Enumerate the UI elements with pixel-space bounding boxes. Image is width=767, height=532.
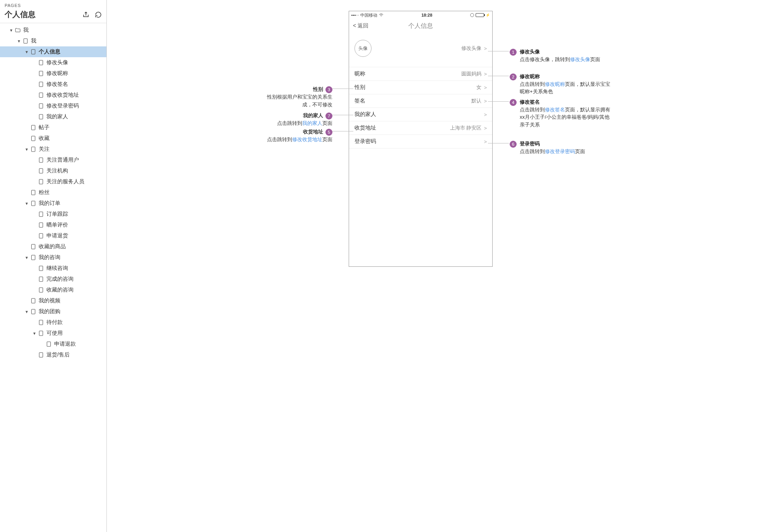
tree-item[interactable]: 我的视频 — [0, 295, 106, 306]
tree-item[interactable]: 关注普通用户 — [0, 155, 106, 165]
annotation-title: 我的家人 — [303, 112, 323, 119]
tree-item-label: 关注 — [39, 146, 50, 153]
tree-item[interactable]: ▼可使用 — [0, 328, 106, 339]
tree-item-label: 完成的咨询 — [46, 276, 74, 283]
svg-rect-27 — [39, 331, 43, 336]
annotation-link[interactable]: 修改昵称 — [545, 81, 565, 87]
tree-item[interactable]: 修改头像 — [0, 57, 106, 68]
tree-item[interactable]: 关注机构 — [0, 165, 106, 176]
phone-mockup: 中国移动 18:28 ⚡ < 返回 个人信息 头像 — [349, 11, 493, 267]
svg-rect-0 — [24, 39, 27, 43]
tree-item-label: 关注的服务人员 — [46, 178, 84, 185]
avatar-row[interactable]: 头像 修改头像 > — [349, 33, 492, 64]
canvas[interactable]: 中国移动 18:28 ⚡ < 返回 个人信息 头像 — [107, 0, 767, 532]
tree-item[interactable]: 修改收货地址 — [0, 90, 106, 101]
tree-item-label: 退货/售后 — [46, 351, 70, 358]
tree-item-label: 帖子 — [39, 124, 50, 131]
annotation: 收货地址5点击跳转到修改收货地址页面 — [251, 128, 332, 143]
svg-rect-9 — [31, 136, 35, 141]
list-row[interactable]: 昵称圆圆妈妈> — [349, 67, 492, 80]
tree-item-label: 晒单评价 — [46, 222, 68, 228]
tree-item[interactable]: 修改登录密码 — [0, 101, 106, 111]
svg-rect-17 — [39, 223, 43, 227]
tree-item[interactable]: 修改昵称 — [0, 68, 106, 79]
tree-item-label: 粉丝 — [39, 189, 50, 196]
row-value: 上海市 静安区 — [450, 124, 482, 131]
refresh-icon[interactable] — [95, 11, 102, 18]
tree-item[interactable]: 待付款 — [0, 317, 106, 328]
tree-item-label: 个人信息 — [39, 48, 60, 55]
tree-item[interactable]: ▼我的团购 — [0, 306, 106, 317]
avatar-action-label: 修改头像 — [461, 45, 481, 52]
chevron-right-icon: > — [484, 71, 487, 77]
tree-item-label: 我的家人 — [46, 113, 68, 120]
page-tree[interactable]: ▼我▼我▼个人信息修改头像修改昵称修改签名修改收货地址修改登录密码我的家人帖子收… — [0, 23, 106, 532]
tree-item-label: 收藏 — [39, 135, 50, 142]
annotation-link[interactable]: 修改签名 — [545, 107, 565, 113]
tree-item-label: 修改昵称 — [46, 70, 68, 77]
tree-item-label: 我的订单 — [39, 200, 60, 207]
annotation-title: 修改昵称 — [520, 73, 613, 80]
tree-item[interactable]: ▼我的订单 — [0, 198, 106, 209]
caret-down-icon: ▼ — [33, 331, 36, 336]
row-value: 女 — [476, 84, 481, 91]
tree-item[interactable]: 申请退货 — [0, 230, 106, 241]
row-value: 默认 — [471, 97, 481, 104]
tree-item[interactable]: 我的家人 — [0, 111, 106, 122]
svg-rect-14 — [31, 190, 35, 195]
row-value: 圆圆妈妈 — [461, 70, 481, 77]
svg-rect-6 — [39, 104, 43, 108]
svg-rect-12 — [39, 169, 43, 173]
svg-rect-13 — [39, 179, 43, 184]
svg-rect-29 — [39, 353, 43, 357]
annotation-badge: 5 — [325, 129, 332, 136]
annotation-desc: 点击修改头像，跳转到修改头像页面 — [520, 56, 600, 63]
carrier-label: 中国移动 — [360, 12, 377, 18]
charging-icon: ⚡ — [486, 13, 490, 17]
svg-rect-8 — [31, 125, 35, 130]
annotation-link[interactable]: 修改登录密码 — [545, 148, 575, 154]
clock-label: 18:28 — [421, 13, 432, 17]
nav-bar: < 返回 个人信息 — [349, 19, 492, 33]
tree-item[interactable]: 收藏的商品 — [0, 241, 106, 252]
annotation-link[interactable]: 我的家人 — [302, 120, 322, 126]
tree-item[interactable]: ▼我的咨询 — [0, 252, 106, 263]
list-row[interactable]: 签名默认> — [349, 94, 492, 107]
annotation-link[interactable]: 修改头像 — [570, 56, 590, 62]
tree-item[interactable]: 修改签名 — [0, 79, 106, 90]
tree-item[interactable]: 帖子 — [0, 122, 106, 133]
settings-list: 昵称圆圆妈妈>性别女>签名默认>我的家人>收货地址上海市 静安区>登录密码> — [349, 67, 492, 148]
annotation: 1修改头像点击修改头像，跳转到修改头像页面 — [510, 48, 600, 63]
share-icon[interactable] — [82, 11, 89, 18]
list-row[interactable]: 登录密码> — [349, 135, 492, 148]
annotation-desc: 点击跳转到修改签名页面，默认显示拥有xx月小王子/小公主的幸福爸爸/妈妈/其他亲… — [520, 106, 613, 129]
svg-rect-24 — [31, 298, 35, 303]
tree-item[interactable]: 粉丝 — [0, 187, 106, 198]
annotation: 我的家人7点击跳转到我的家人页面 — [251, 112, 332, 127]
tree-item[interactable]: 关注的服务人员 — [0, 176, 106, 187]
chevron-right-icon: > — [484, 85, 487, 90]
svg-rect-4 — [39, 82, 43, 87]
tree-item-label: 关注机构 — [46, 167, 68, 174]
tree-item[interactable]: ▼我 — [0, 36, 106, 46]
tree-item[interactable]: 退货/售后 — [0, 350, 106, 360]
tree-item[interactable]: 订单跟踪 — [0, 209, 106, 220]
tree-item[interactable]: 收藏的咨询 — [0, 285, 106, 295]
location-icon — [470, 13, 474, 17]
list-row[interactable]: 我的家人> — [349, 107, 492, 121]
list-row[interactable]: 收货地址上海市 静安区> — [349, 121, 492, 135]
tree-item[interactable]: ▼关注 — [0, 144, 106, 155]
annotation-title: 修改头像 — [520, 48, 600, 56]
tree-item[interactable]: 继续咨询 — [0, 263, 106, 274]
annotation-link[interactable]: 修改收货地址 — [292, 136, 322, 142]
annotation-desc: 点击跳转到修改登录密码页面 — [520, 148, 585, 155]
annotation-title: 登录密码 — [520, 140, 585, 148]
tree-item[interactable]: 晒单评价 — [0, 220, 106, 230]
tree-item[interactable]: 收藏 — [0, 133, 106, 144]
tree-item[interactable]: 申请退款 — [0, 339, 106, 350]
sidebar-header: PAGES 个人信息 — [0, 0, 106, 23]
list-row[interactable]: 性别女> — [349, 80, 492, 94]
tree-item[interactable]: ▼我 — [0, 25, 106, 36]
tree-item[interactable]: 完成的咨询 — [0, 274, 106, 285]
tree-item[interactable]: ▼个人信息 — [0, 46, 106, 57]
